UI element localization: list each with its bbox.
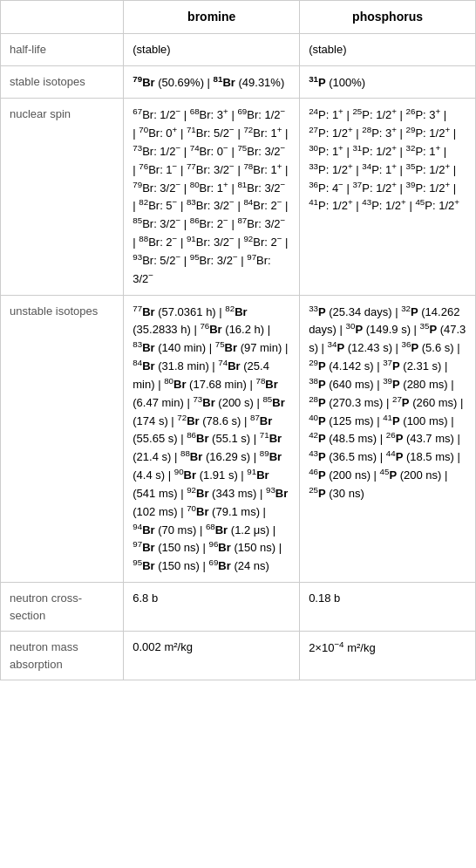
phosphorus-unstable-isotopes: 33P (25.34 days) | 32P (14.262 days) | 3… [300, 295, 476, 582]
label-stable-isotopes: stable isotopes [1, 65, 124, 99]
table-row: nuclear spin 67Br: 1/2− | 68Br: 3+ | 69B… [1, 99, 476, 295]
header-bromine: bromine [124, 1, 300, 34]
table-row: stable isotopes 79Br (50.69%) | 81Br (49… [1, 65, 476, 99]
phosphorus-stable-isotopes: 31P (100%) [300, 65, 476, 99]
bromine-half-life: (stable) [124, 34, 300, 66]
label-neutron-mass-absorption: neutron mass absorption [1, 632, 124, 680]
header-empty [1, 1, 124, 34]
phosphorus-nuclear-spin: 24P: 1+ | 25P: 1/2+ | 26P: 3+ | 27P: 1/2… [300, 99, 476, 295]
phosphorus-neutron-mass-absorption: 2×10−4 m²/kg [300, 632, 476, 680]
bromine-unstable-isotopes: 77Br (57.0361 h) | 82Br (35.2833 h) | 76… [124, 295, 300, 582]
bromine-nuclear-spin: 67Br: 1/2− | 68Br: 3+ | 69Br: 1/2− | 70B… [124, 99, 300, 295]
header-phosphorus: phosphorus [300, 1, 476, 34]
label-neutron-cross-section: neutron cross-section [1, 583, 124, 632]
table-row: neutron mass absorption 0.002 m²/kg 2×10… [1, 632, 476, 680]
phosphorus-neutron-cross-section: 0.18 b [300, 583, 476, 632]
bromine-neutron-cross-section: 6.8 b [124, 583, 300, 632]
label-half-life: half-life [1, 34, 124, 66]
table-row: neutron cross-section 6.8 b 0.18 b [1, 583, 476, 632]
label-unstable-isotopes: unstable isotopes [1, 295, 124, 582]
bromine-stable-isotopes: 79Br (50.69%) | 81Br (49.31%) [124, 65, 300, 99]
label-nuclear-spin: nuclear spin [1, 99, 124, 295]
table-row: unstable isotopes 77Br (57.0361 h) | 82B… [1, 295, 476, 582]
phosphorus-half-life: (stable) [300, 34, 476, 66]
bromine-neutron-mass-absorption: 0.002 m²/kg [124, 632, 300, 680]
table-row: half-life (stable) (stable) [1, 34, 476, 66]
